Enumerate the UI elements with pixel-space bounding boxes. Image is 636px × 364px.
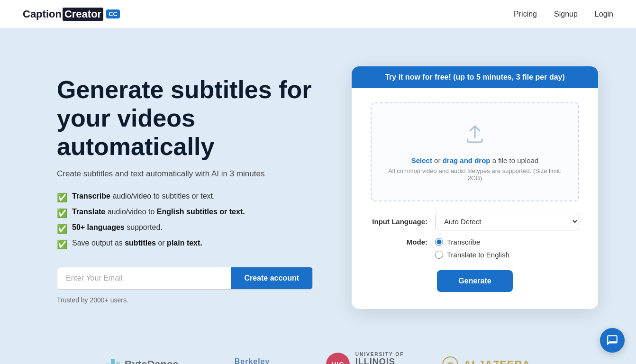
generate-button[interactable]: Generate — [437, 270, 513, 292]
demo-card-wrapper: Try it now for free! (up to 5 minutes, 3… — [352, 66, 598, 309]
upload-icon — [386, 122, 564, 151]
berkeley-name: Berkeley — [216, 357, 288, 364]
card-header: Try it now for free! (up to 5 minutes, 3… — [352, 66, 598, 88]
uic-logo: UIC UNIVERSITY OF ILLINOIS CHICAGO — [326, 352, 404, 364]
bytedance-logo: ByteDance — [106, 356, 179, 364]
upload-zone[interactable]: Select or drag and drop a file to upload… — [371, 102, 579, 201]
hero-subtitle: Create subtitles and text automatically … — [57, 169, 322, 179]
hero-title: Generate subtitles for your videos autom… — [57, 76, 322, 161]
check-icon-2: ✅ — [57, 208, 67, 218]
aljazeera-logo: ALJAZEERA — [442, 356, 530, 364]
trusted-text: Trusted by 2000+ users. — [57, 296, 322, 304]
main-content: Generate subtitles for your videos autom… — [0, 28, 636, 337]
logo[interactable]: CaptionCreatorCC — [23, 8, 120, 21]
upload-note: All common video and audio filetypes are… — [386, 167, 564, 182]
language-label: Input Language: — [371, 218, 427, 226]
feature-translate-text: Translate audio/video to English subtitl… — [72, 208, 245, 216]
bytedance-bars-icon — [106, 356, 120, 364]
header: CaptionCreatorCC Pricing Signup Login — [0, 0, 636, 28]
aljazeera-text: ALJAZEERA — [463, 358, 530, 364]
berkeley-logo: Berkeley UNIVERSITY OF CALIFORNIA — [216, 357, 288, 364]
mode-label: Mode: — [371, 238, 427, 246]
logo-creator-text: Creator — [63, 8, 103, 21]
uic-circle-badge: UIC — [326, 353, 350, 364]
mode-transcribe-label: Transcribe — [447, 238, 480, 246]
uic-text: UNIVERSITY OF ILLINOIS CHICAGO — [355, 352, 404, 364]
check-icon-3: ✅ — [57, 224, 67, 234]
logo-cc-badge: CC — [106, 9, 120, 18]
mode-translate-option[interactable]: Translate to English — [435, 251, 509, 259]
features-list: ✅ Transcribe audio/video to subtitles or… — [57, 192, 322, 250]
mode-transcribe-option[interactable]: Transcribe — [435, 238, 509, 246]
nav: Pricing Signup Login — [514, 10, 613, 18]
check-icon-1: ✅ — [57, 192, 67, 203]
nav-signup[interactable]: Signup — [554, 10, 578, 18]
feature-languages: ✅ 50+ languages supported. — [57, 223, 322, 234]
hero-left: Generate subtitles for your videos autom… — [57, 66, 322, 304]
language-row: Input Language: Auto Detect English Span… — [371, 213, 579, 230]
upload-text: Select or drag and drop a file to upload — [386, 156, 564, 164]
feature-output: ✅ Save output as subtitles or plain text… — [57, 239, 322, 250]
logo-caption-text: Caption — [23, 8, 62, 20]
feature-languages-text: 50+ languages supported. — [72, 223, 163, 232]
feature-transcribe: ✅ Transcribe audio/video to subtitles or… — [57, 192, 322, 203]
mode-transcribe-radio[interactable] — [435, 238, 443, 246]
bytedance-text: ByteDance — [125, 358, 179, 364]
chat-button[interactable] — [600, 328, 625, 353]
feature-output-text: Save output as subtitles or plain text. — [72, 239, 202, 247]
feature-translate: ✅ Translate audio/video to English subti… — [57, 208, 322, 218]
card-body: Select or drag and drop a file to upload… — [352, 88, 598, 309]
logos-section: ByteDance Berkeley UNIVERSITY OF CALIFOR… — [0, 337, 636, 364]
language-select[interactable]: Auto Detect English Spanish French Germa… — [435, 213, 579, 230]
aljazeera-icon — [442, 356, 459, 364]
nav-pricing[interactable]: Pricing — [514, 10, 537, 18]
uic-university-text: UNIVERSITY OF — [355, 352, 404, 357]
uic-illinois-text: ILLINOIS — [355, 357, 404, 364]
mode-row: Mode: Transcribe Translate to English — [371, 238, 579, 259]
mode-translate-radio[interactable] — [435, 251, 443, 259]
check-icon-4: ✅ — [57, 239, 67, 250]
chat-icon — [606, 334, 618, 346]
email-input[interactable] — [57, 267, 231, 289]
mode-translate-label: Translate to English — [447, 251, 509, 259]
signup-row: Create account — [57, 267, 313, 290]
nav-login[interactable]: Login — [595, 10, 613, 18]
create-account-button[interactable]: Create account — [231, 267, 312, 289]
feature-transcribe-text: Transcribe audio/video to subtitles or t… — [72, 192, 215, 200]
mode-options: Transcribe Translate to English — [435, 238, 509, 259]
demo-card: Try it now for free! (up to 5 minutes, 3… — [352, 66, 598, 309]
